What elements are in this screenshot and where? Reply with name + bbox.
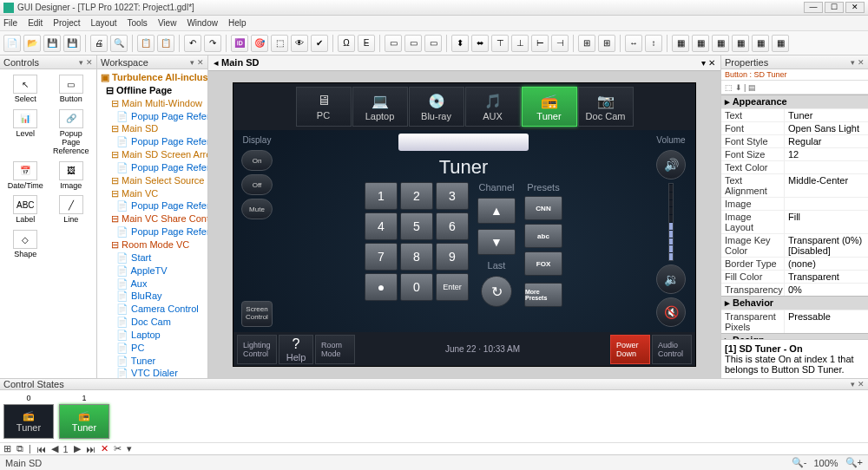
state-menu-icon[interactable]: ▾	[127, 443, 132, 454]
tree-node[interactable]: 📄 Start	[99, 251, 206, 264]
toolbar-button[interactable]: ⊣	[551, 35, 569, 52]
source-blu-ray[interactable]: 💿Blu-ray	[409, 87, 464, 127]
display-on-button[interactable]: On	[241, 150, 273, 171]
tree-node[interactable]: 📄 PC	[99, 342, 206, 355]
tree-node[interactable]: 📄 Popup Page Reference1	[99, 199, 206, 212]
prop-row[interactable]: Transparency0%	[721, 283, 868, 296]
toolbar-button[interactable]: E	[358, 35, 375, 52]
power-down-button[interactable]: Power Down	[610, 335, 650, 364]
workspace-tree[interactable]: ▣ Turbulence All-inclusive 1022⊟ Offline…	[97, 69, 207, 378]
tree-node[interactable]: ⊟ Offline Page	[99, 84, 206, 97]
key-2[interactable]: 2	[400, 182, 433, 210]
properties-close-icon[interactable]: ▾ ✕	[851, 58, 865, 67]
nav-last-icon[interactable]: ⏭	[86, 444, 95, 454]
toolbar-button[interactable]: ▦	[772, 35, 789, 52]
channel-down-button[interactable]: ▼	[477, 229, 516, 255]
prop-row[interactable]: Transparent PixelsPressable	[721, 310, 868, 333]
toolbar-button[interactable]: 🆔	[231, 35, 248, 52]
tree-node[interactable]: 📄 Doc Cam	[99, 316, 206, 329]
key-0[interactable]: 0	[400, 273, 433, 301]
menu-tools[interactable]: Tools	[128, 18, 148, 28]
toolbar-button[interactable]: 📄	[3, 35, 21, 52]
prop-row[interactable]: FontOpen Sans Light	[721, 121, 868, 134]
nav-next-icon[interactable]: ▶	[74, 443, 81, 454]
toolbar-button[interactable]: ▭	[385, 35, 402, 52]
state-dup-icon[interactable]: ⧉	[16, 443, 23, 454]
help-button[interactable]: ?Help	[279, 335, 313, 364]
tree-node[interactable]: ⊟ Main VC Share Content	[99, 212, 206, 225]
toolbar-button[interactable]: 🖨	[90, 35, 108, 52]
toolbar-button[interactable]: 💾	[63, 35, 81, 52]
tree-node[interactable]: ⊟ Main Select Source	[99, 174, 206, 187]
control-image[interactable]: 🖼Image	[49, 160, 94, 193]
zoom-out-icon[interactable]: 🔍-	[792, 457, 807, 468]
toolbar-button[interactable]: ⊞	[578, 35, 595, 52]
nav-prev-icon[interactable]: ◀	[51, 443, 58, 454]
preset-cnn[interactable]: CNN	[524, 196, 562, 220]
lighting-button[interactable]: Lighting Control	[237, 335, 277, 364]
canvas-tab-label[interactable]: Main SD	[221, 57, 259, 68]
canvas-pin-icon[interactable]: ▾ ✕	[701, 58, 715, 68]
source-tuner[interactable]: 📻Tuner	[522, 87, 577, 127]
mute-button[interactable]: 🔇	[656, 297, 686, 327]
menu-edit[interactable]: Edit	[28, 18, 43, 28]
volume-down-button[interactable]: 🔉	[656, 264, 686, 294]
audio-control-button[interactable]: Audio Control	[652, 335, 692, 364]
screen-control-button[interactable]: Screen Control	[241, 301, 273, 327]
source-doc cam[interactable]: 📷Doc Cam	[578, 87, 634, 127]
toolbar-button[interactable]: ▦	[692, 35, 709, 52]
prop-row[interactable]: Border Type(none)	[721, 257, 868, 270]
key-1[interactable]: 1	[365, 182, 398, 210]
minimize-button[interactable]: —	[804, 2, 823, 13]
tree-node[interactable]: 📄 Popup Page Reference1	[99, 110, 206, 123]
tree-node[interactable]: 📄 Tuner	[99, 355, 206, 368]
control-popup-page-reference[interactable]: 🔗Popup Page Reference	[49, 108, 94, 158]
display-off-button[interactable]: Off	[241, 174, 273, 195]
key-●[interactable]: ●	[365, 273, 398, 301]
tree-node[interactable]: 📄 Aux	[99, 277, 206, 290]
key-5[interactable]: 5	[400, 212, 433, 240]
key-7[interactable]: 7	[365, 243, 398, 271]
source-aux[interactable]: 🎵AUX	[465, 87, 521, 127]
toolbar-button[interactable]: ⊞	[598, 35, 615, 52]
key-6[interactable]: 6	[436, 212, 469, 240]
properties-toolbar[interactable]: ⬚ ⬇ | ▤	[721, 81, 868, 95]
volume-up-button[interactable]: 🔊	[656, 150, 686, 180]
prop-row[interactable]: Image	[721, 197, 868, 210]
toolbar-button[interactable]: ↷	[204, 35, 221, 52]
tree-node[interactable]: 📄 AppleTV	[99, 264, 206, 277]
tree-node[interactable]: 📄 VTC Dialer	[99, 367, 206, 378]
channel-up-button[interactable]: ▲	[477, 198, 516, 224]
nav-first-icon[interactable]: ⏮	[36, 444, 46, 454]
toolbar-button[interactable]: ⬚	[271, 35, 288, 52]
prop-category[interactable]: ▸ Design	[721, 333, 868, 339]
toolbar-button[interactable]: ⬍	[451, 35, 469, 52]
touchpanel-preview[interactable]: 🖥PC💻Laptop💿Blu-ray🎵AUX📻Tuner📷Doc Cam Dis…	[233, 82, 696, 367]
prop-row[interactable]: Image Key ColorTransparent (0%) [Disable…	[721, 233, 868, 257]
state-delete-icon[interactable]: ✕	[101, 443, 108, 454]
menu-window[interactable]: Window	[187, 18, 218, 28]
toolbar-button[interactable]: ▦	[712, 35, 729, 52]
key-4[interactable]: 4	[365, 212, 398, 240]
prop-category[interactable]: ▸ Appearance	[721, 95, 868, 108]
tree-node[interactable]: ⊟ Main SD	[99, 122, 206, 135]
toolbar-button[interactable]: ⊤	[491, 35, 509, 52]
toolbar-button[interactable]: ↶	[184, 35, 201, 52]
toolbar-button[interactable]: ⊥	[511, 35, 529, 52]
tree-node[interactable]: 📄 Laptop	[99, 329, 206, 342]
control-line[interactable]: ╱Line	[49, 193, 94, 226]
prop-row[interactable]: Image LayoutFill	[721, 210, 868, 233]
menu-help[interactable]: Help	[228, 18, 247, 28]
toolbar-button[interactable]: ⊢	[531, 35, 549, 52]
controls-close-icon[interactable]: ▾ ✕	[79, 58, 93, 67]
toolbar-button[interactable]: 💾	[43, 35, 61, 52]
toolbar-button[interactable]: 📋	[137, 35, 155, 52]
control-label[interactable]: ABCLabel	[3, 193, 48, 226]
key-3[interactable]: 3	[436, 182, 469, 210]
key-8[interactable]: 8	[400, 243, 433, 271]
toolbar-button[interactable]: ▦	[672, 35, 689, 52]
states-toolbar[interactable]: ⊞ ⧉ | ⏮ ◀ 1 ▶ ⏭ ✕ ✂ ▾	[0, 442, 868, 454]
last-button[interactable]: ↻	[481, 276, 512, 307]
tree-node[interactable]: 📄 Popup Page Reference1	[99, 161, 206, 174]
display-mute-button[interactable]: Mute	[241, 199, 273, 219]
